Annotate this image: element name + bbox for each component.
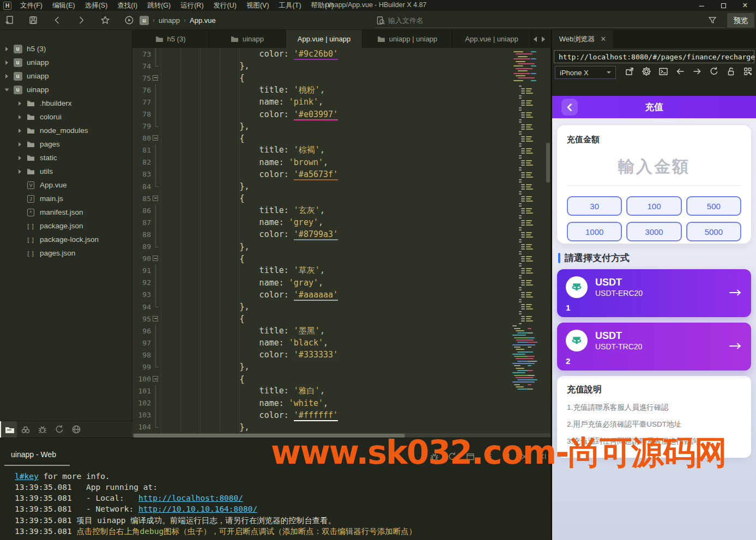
editor-tab-1[interactable]: uinapp (209, 30, 286, 48)
chevron-icon[interactable] (5, 88, 9, 91)
search-binoculars-icon[interactable] (17, 421, 34, 438)
tree-item-static[interactable]: static (0, 151, 132, 165)
line-number[interactable]: 76 (132, 86, 151, 94)
debug-bug-icon[interactable] (34, 421, 51, 438)
line-number[interactable]: 100 (132, 375, 151, 383)
chevron-icon[interactable] (19, 101, 21, 106)
line-number[interactable]: 104 (132, 423, 151, 431)
fold-toggle-icon[interactable] (151, 192, 161, 204)
amount-button-100[interactable]: 100 (626, 196, 681, 216)
nav-back-icon[interactable] (51, 14, 63, 26)
line-number[interactable]: 92 (132, 278, 151, 287)
line-number[interactable]: 89 (132, 242, 151, 251)
menu-item-7[interactable]: 视图(V) (242, 0, 274, 11)
lock-open-icon[interactable] (726, 66, 736, 76)
editor-tab-2[interactable]: App.vue | uinapp (286, 30, 362, 48)
tree-item-pages-json[interactable]: [ ]pages.json (0, 246, 132, 260)
tree-item-package-lock-json[interactable]: [ ]package-lock.json (0, 233, 132, 246)
tree-item-h5-3-[interactable]: uh5 (3) (0, 42, 132, 56)
nav-forward-icon[interactable] (75, 14, 87, 26)
line-number[interactable]: 99 (132, 363, 151, 371)
line-number[interactable]: 78 (132, 110, 151, 118)
menu-item-8[interactable]: 工具(T) (275, 0, 306, 11)
chevron-icon[interactable] (5, 74, 8, 78)
payment-method-usdt-erc20[interactable]: USDTUSDT-ERC201 (557, 269, 751, 317)
tab-scroll-right-icon[interactable] (542, 37, 545, 42)
filter-funnel-icon[interactable] (707, 15, 718, 26)
maximize-icon[interactable] (712, 0, 734, 11)
line-number[interactable]: 82 (132, 158, 151, 166)
arrow-forward-icon[interactable] (692, 66, 702, 76)
menu-item-4[interactable]: 跳转(G) (143, 0, 175, 11)
files-folder-icon[interactable] (0, 421, 17, 438)
line-number[interactable]: 74 (132, 62, 151, 70)
vertical-scrollbar[interactable] (546, 48, 551, 433)
close-icon[interactable]: ✕ (600, 35, 606, 43)
line-number[interactable]: 77 (132, 98, 151, 106)
menu-item-2[interactable]: 选择(S) (81, 0, 112, 11)
editor-tab-3[interactable]: uniapp | uniapp (362, 30, 452, 48)
line-number[interactable]: 91 (132, 266, 151, 275)
line-number[interactable]: 101 (132, 387, 151, 395)
menu-item-5[interactable]: 运行(R) (176, 0, 208, 11)
tree-item-main-js[interactable]: Jmain.js (0, 192, 132, 205)
line-number[interactable]: 94 (132, 303, 151, 311)
console-tab[interactable]: uinapp - Web (11, 450, 56, 459)
line-number[interactable]: 103 (132, 411, 151, 419)
editor-tab-0[interactable]: h5 (3) (132, 30, 209, 48)
menu-item-6[interactable]: 发行(U) (209, 0, 241, 11)
save-icon[interactable] (27, 14, 39, 26)
fold-toggle-icon[interactable] (151, 132, 161, 144)
editor-tab-4[interactable]: App.vue | uniapp (452, 30, 531, 48)
line-number[interactable]: 73 (132, 50, 151, 58)
line-number[interactable]: 84 (132, 183, 151, 191)
search-input[interactable] (387, 16, 725, 25)
menu-item-1[interactable]: 编辑(E) (48, 0, 80, 11)
tree-item-package-json[interactable]: [ ]package.json (0, 219, 132, 233)
amount-input[interactable]: 輸入金額 (567, 156, 741, 179)
tree-item-uniapp[interactable]: uuniapp (0, 69, 132, 83)
line-number[interactable]: 90 (132, 254, 151, 263)
console-link[interactable]: http://localhost:8080/ (138, 494, 243, 502)
tree-item-uinapp[interactable]: uuinapp (0, 83, 132, 96)
arrow-back-icon[interactable] (675, 66, 685, 76)
minimap[interactable] (511, 48, 545, 433)
line-number[interactable]: 79 (132, 122, 151, 130)
fold-toggle-icon[interactable] (151, 373, 161, 385)
tab-scroll-left-icon[interactable] (534, 37, 537, 42)
browser-tab[interactable]: Web浏览器 ✕ (552, 30, 613, 48)
line-number[interactable]: 83 (132, 170, 151, 178)
amount-button-5000[interactable]: 5000 (686, 222, 741, 241)
line-number[interactable]: 95 (132, 315, 151, 323)
tree-item-app-vue[interactable]: VApp.vue (0, 178, 132, 192)
minimize-icon[interactable]: ─ (691, 0, 712, 11)
line-number[interactable]: 86 (132, 207, 151, 215)
tree-item-manifest-json[interactable]: *manifest.json (0, 205, 132, 219)
refresh-icon[interactable] (709, 66, 719, 76)
chevron-icon[interactable] (19, 142, 21, 147)
console-link[interactable]: l#key (15, 472, 39, 481)
chevron-icon[interactable] (19, 169, 21, 174)
fold-toggle-icon[interactable] (151, 253, 161, 265)
line-number[interactable]: 75 (132, 74, 151, 82)
line-number[interactable]: 97 (132, 339, 151, 347)
line-number[interactable]: 93 (132, 290, 151, 299)
chevron-icon[interactable] (19, 115, 21, 119)
line-number[interactable]: 96 (132, 327, 151, 335)
code-area[interactable]: 73 color: '#9c26b0'74 },75 {76 title: '桃… (132, 48, 551, 433)
breadcrumb-project[interactable]: uinapp (159, 16, 180, 25)
line-number[interactable]: 81 (132, 146, 151, 154)
menu-item-0[interactable]: 文件(F) (16, 0, 47, 11)
tree-item-colorui[interactable]: colorui (0, 110, 132, 124)
settings-gear-icon[interactable] (642, 66, 651, 76)
amount-button-3000[interactable]: 3000 (626, 222, 681, 241)
amount-button-500[interactable]: 500 (686, 196, 741, 216)
preview-button[interactable]: 预览 (727, 13, 754, 28)
web-globe-icon[interactable] (68, 421, 84, 438)
amount-button-1000[interactable]: 1000 (567, 222, 622, 241)
console-link[interactable]: http://10.10.10.164:8080/ (138, 505, 257, 513)
line-number[interactable]: 87 (132, 219, 151, 227)
qr-grid-icon[interactable] (743, 66, 753, 76)
line-number[interactable]: 102 (132, 399, 151, 407)
line-number[interactable]: 85 (132, 195, 151, 203)
